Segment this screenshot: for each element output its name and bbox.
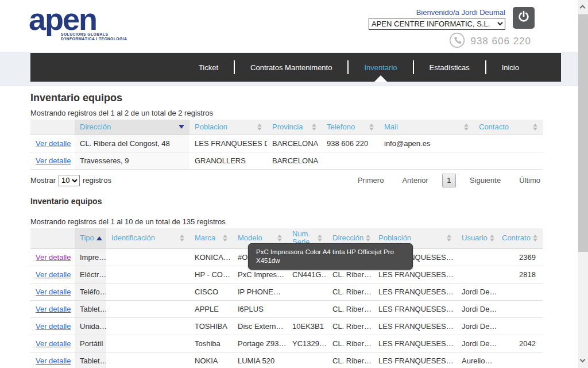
ver-detalle-link[interactable]: Ver detalle [36, 322, 71, 331]
company-select[interactable]: APEN CENTRE INFORMATIC, S.L. [369, 18, 505, 30]
table-row: Ver detalle Tablet… APPLE I6PLUS CL. Rib… [30, 301, 543, 318]
column-header-identificacion[interactable]: Identificación [106, 228, 189, 249]
nav-item-ticket[interactable]: Ticket [183, 53, 234, 82]
scrollbar-thumb[interactable] [578, 14, 588, 252]
section-title: Inventario equipos [30, 197, 543, 206]
sort-both-icon [366, 235, 370, 241]
table-row: Ver detalle Tablet… NOKIA LUMIA 520 CL. … [30, 352, 543, 368]
column-header-usuario[interactable]: Usuario [457, 228, 497, 249]
sort-both-icon [447, 235, 451, 241]
ver-detalle-link[interactable]: Ver detalle [36, 270, 71, 279]
nav-item-estadisticas[interactable]: Estadísticas [414, 53, 485, 82]
records-summary-1: Mostrando registros del 1 al 2 de un tot… [30, 109, 543, 117]
model-tooltip: PxC Impressora Color A4 tinta HP Officej… [248, 243, 413, 270]
page-size-control: Mostrar 10 registros [30, 175, 111, 186]
ver-detalle-link[interactable]: Ver detalle [36, 156, 71, 165]
welcome-text: Bienvenido/a Jordi Deumal [416, 8, 505, 17]
main-navbar: Ticket Contratos Mantenimento Inventario… [30, 53, 561, 82]
sort-both-icon [369, 124, 374, 131]
locations-table: Dirección Poblacion Provincia Telefono M… [30, 120, 543, 170]
contact-phone: 938 606 220 [449, 32, 531, 51]
table-row: Ver detalle Unida… TOSHIBA Disc Extern… … [30, 318, 543, 335]
top-header: apen SOLUCIONS GLOBALS D'INFORMÀTICA I T… [0, 0, 578, 52]
nav-band: Ticket Contratos Mantenimento Inventario… [0, 52, 578, 86]
column-header-telefono[interactable]: Telefono [322, 120, 379, 135]
sort-both-icon [277, 235, 282, 241]
sort-both-icon [257, 124, 262, 131]
page-title: Inventario equipos [30, 92, 543, 103]
sort-both-icon [464, 124, 469, 131]
table-row: Ver detalle Travesseres, 9 GRANOLLERS BA… [30, 152, 543, 169]
column-header-provincia[interactable]: Provincia [267, 120, 322, 135]
sort-both-icon [490, 235, 494, 241]
sort-both-icon [533, 124, 537, 131]
records-summary-2: Mostrando registros del 1 al 10 de un to… [30, 217, 543, 226]
power-icon [517, 10, 531, 26]
sort-desc-icon [179, 125, 184, 129]
page-size-select[interactable]: 10 [59, 175, 80, 186]
ver-detalle-link[interactable]: Ver detalle [36, 139, 71, 148]
show-label: Mostrar [30, 176, 56, 185]
pagination-last[interactable]: Último [510, 174, 543, 187]
column-header-contrato[interactable]: Contrato [497, 228, 543, 249]
table-controls-row: Mostrar 10 registros Primero Anterior 1 … [30, 174, 543, 187]
nav-item-inicio[interactable]: Inicio [486, 53, 535, 82]
scroll-down-arrow-icon[interactable] [581, 358, 586, 363]
column-header-direccion[interactable]: Dirección [75, 120, 189, 135]
sort-both-icon [223, 235, 227, 241]
records-label: registros [83, 176, 111, 185]
logout-button[interactable] [513, 7, 535, 29]
ver-detalle-link[interactable]: Ver detalle [36, 288, 71, 296]
pagination-next[interactable]: Siguiente [461, 174, 510, 187]
sort-both-icon [318, 235, 322, 241]
sort-both-icon [533, 235, 537, 241]
table-row: Ver detalle Portátil Toshiba Portage Z93… [30, 335, 543, 352]
main-content: Inventario equipos Mostrando registros d… [30, 86, 543, 368]
ver-detalle-link[interactable]: Ver detalle [36, 356, 71, 365]
pagination-previous[interactable]: Anterior [393, 174, 438, 187]
column-header-actions [30, 228, 75, 249]
scroll-up-arrow-icon[interactable] [581, 4, 586, 9]
nav-item-contratos-mantenimento[interactable]: Contratos Mantenimento [235, 53, 347, 82]
column-header-contacto[interactable]: Contacto [474, 120, 543, 135]
ver-detalle-link[interactable]: Ver detalle [36, 305, 71, 313]
phone-number: 938 606 220 [470, 36, 531, 47]
table-header-row: Dirección Poblacion Provincia Telefono M… [30, 120, 543, 135]
ver-detalle-link[interactable]: Ver detalle [36, 253, 71, 262]
sort-asc-icon [96, 236, 102, 240]
sort-both-icon [312, 124, 316, 131]
logo-tagline: SOLUCIONS GLOBALS D'INFORMÀTICA I TECNOL… [61, 32, 155, 41]
apen-logo: apen SOLUCIONS GLOBALS D'INFORMÀTICA I T… [29, 2, 155, 41]
column-header-tipo[interactable]: Tipo [75, 228, 106, 249]
vertical-scrollbar[interactable] [578, 0, 588, 368]
nav-item-inventario[interactable]: Inventario [349, 53, 412, 82]
column-header-mail[interactable]: Mail [379, 120, 474, 135]
column-header-marca[interactable]: Marca [189, 228, 233, 249]
logo-wordmark: apen [29, 2, 155, 36]
ver-detalle-link[interactable]: Ver detalle [36, 339, 71, 348]
table-row: Ver detalle Teléfo… CISCO IP PHONE… CL. … [30, 283, 543, 301]
column-header-poblacion[interactable]: Poblacion [189, 120, 267, 135]
table-row: Ver detalle CL. Ribera del Congost, 48 L… [30, 135, 543, 152]
phone-icon [449, 32, 465, 51]
column-header-actions [30, 120, 75, 135]
pagination-first[interactable]: Primero [349, 174, 393, 187]
pagination-current-page[interactable]: 1 [442, 174, 456, 187]
sort-both-icon [180, 235, 184, 241]
pagination: Primero Anterior 1 Siguiente Último [349, 174, 543, 187]
